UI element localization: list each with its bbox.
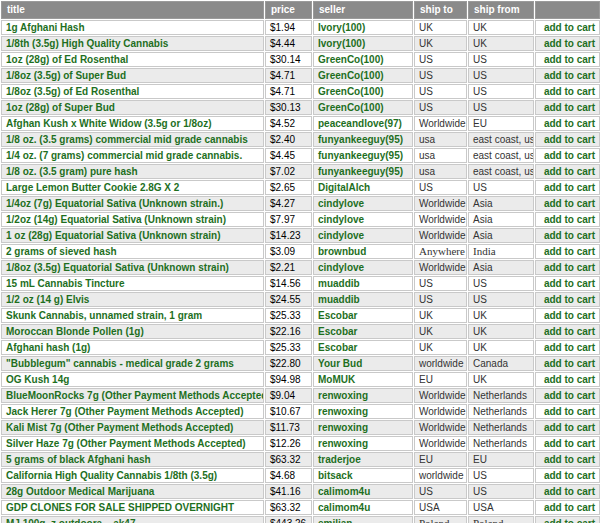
seller-link[interactable]: funyankeeguy(95) [313, 164, 413, 179]
ship-from-value: US [468, 100, 534, 115]
listing-title-link[interactable]: 1oz (28g) of Super Bud [1, 100, 264, 115]
ship-to-value: Worldwide [414, 404, 467, 419]
ship-to-value: Worldwide [414, 116, 467, 131]
add-to-cart-link[interactable]: add to cart [535, 276, 600, 291]
seller-link[interactable]: cindylove [313, 228, 413, 243]
seller-link[interactable]: calimom4u [313, 484, 413, 499]
listing-title-link[interactable]: 1/4 oz. (7 grams) commercial mid grade c… [1, 148, 264, 163]
add-to-cart-link[interactable]: add to cart [535, 308, 600, 323]
listing-title-link[interactable]: 28g Outdoor Medical Marijuana [1, 484, 264, 499]
add-to-cart-link[interactable]: add to cart [535, 340, 600, 355]
listing-title-link[interactable]: 1/8oz (3.5g) of Super Bud [1, 68, 264, 83]
listing-title-link[interactable]: 1g Afghani Hash [1, 20, 264, 35]
listing-title-link[interactable]: 1/8th (3.5g) High Quality Cannabis [1, 36, 264, 51]
add-to-cart-link[interactable]: add to cart [535, 180, 600, 195]
listing-title-link[interactable]: MJ 100g, z outdoora... ak47 [1, 516, 264, 523]
seller-link[interactable]: renwoxing [313, 404, 413, 419]
add-to-cart-link[interactable]: add to cart [535, 484, 600, 499]
add-to-cart-link[interactable]: add to cart [535, 404, 600, 419]
add-to-cart-link[interactable]: add to cart [535, 244, 600, 259]
add-to-cart-link[interactable]: add to cart [535, 356, 600, 371]
seller-link[interactable]: renwoxing [313, 420, 413, 435]
add-to-cart-link[interactable]: add to cart [535, 36, 600, 51]
add-to-cart-link[interactable]: add to cart [535, 516, 600, 523]
seller-link[interactable]: GreenCo(100) [313, 100, 413, 115]
listing-title-link[interactable]: 5 grams of black Afghani hash [1, 452, 264, 467]
listing-title-link[interactable]: BlueMoonRocks 7g (Other Payment Methods … [1, 388, 264, 403]
add-to-cart-link[interactable]: add to cart [535, 148, 600, 163]
seller-link[interactable]: Escobar [313, 308, 413, 323]
listing-title-link[interactable]: 1/8 oz. (3.5 grams) commercial mid grade… [1, 132, 264, 147]
add-to-cart-link[interactable]: add to cart [535, 260, 600, 275]
seller-link[interactable]: renwoxing [313, 436, 413, 451]
add-to-cart-link[interactable]: add to cart [535, 468, 600, 483]
seller-link[interactable]: GreenCo(100) [313, 84, 413, 99]
listing-title-link[interactable]: 1/2 oz (14 g) Elvis [1, 292, 264, 307]
seller-link[interactable]: brownbud [313, 244, 413, 259]
seller-link[interactable]: Escobar [313, 324, 413, 339]
table-row: Afghan Kush x White Widow (3.5g or 1/8oz… [1, 116, 600, 131]
listing-title-link[interactable]: 15 mL Cannabis Tincture [1, 276, 264, 291]
add-to-cart-link[interactable]: add to cart [535, 116, 600, 131]
seller-link[interactable]: cindylove [313, 196, 413, 211]
listing-title-link[interactable]: Afghani hash (1g) [1, 340, 264, 355]
seller-link[interactable]: Ivory(100) [313, 20, 413, 35]
listing-title-link[interactable]: 1/2oz (14g) Equatorial Sativa (Unknown s… [1, 212, 264, 227]
add-to-cart-link[interactable]: add to cart [535, 420, 600, 435]
seller-link[interactable]: MoMUK [313, 372, 413, 387]
seller-link[interactable]: bitsack [313, 468, 413, 483]
seller-link[interactable]: peaceandlove(97) [313, 116, 413, 131]
listing-title-link[interactable]: 1/4oz (7g) Equatorial Sativa (Unknown st… [1, 196, 264, 211]
add-to-cart-link[interactable]: add to cart [535, 20, 600, 35]
listing-title-link[interactable]: Large Lemon Butter Cookie 2.8G X 2 [1, 180, 264, 195]
seller-link[interactable]: muaddib [313, 276, 413, 291]
add-to-cart-link[interactable]: add to cart [535, 100, 600, 115]
add-to-cart-link[interactable]: add to cart [535, 292, 600, 307]
listing-title-link[interactable]: Silver Haze 7g (Other Payment Methods Ac… [1, 436, 264, 451]
add-to-cart-link[interactable]: add to cart [535, 52, 600, 67]
seller-link[interactable]: muaddib [313, 292, 413, 307]
listing-title-link[interactable]: Skunk Cannabis, unnamed strain, 1 gram [1, 308, 264, 323]
add-to-cart-link[interactable]: add to cart [535, 228, 600, 243]
listing-title-link[interactable]: 1/8oz (3.5g) of Ed Rosenthal [1, 84, 264, 99]
add-to-cart-link[interactable]: add to cart [535, 164, 600, 179]
listing-title-link[interactable]: "Bubblegum" cannabis - medical grade 2 g… [1, 356, 264, 371]
listing-title-link[interactable]: 1/8 oz. (3.5 gram) pure hash [1, 164, 264, 179]
add-to-cart-link[interactable]: add to cart [535, 196, 600, 211]
seller-link[interactable]: Ivory(100) [313, 36, 413, 51]
add-to-cart-link[interactable]: add to cart [535, 132, 600, 147]
add-to-cart-link[interactable]: add to cart [535, 84, 600, 99]
listing-title-link[interactable]: Jack Herer 7g (Other Payment Methods Acc… [1, 404, 264, 419]
listing-title-link[interactable]: 2 grams of sieved hash [1, 244, 264, 259]
seller-link[interactable]: emilian [313, 516, 413, 523]
add-to-cart-link[interactable]: add to cart [535, 436, 600, 451]
seller-link[interactable]: traderjoe [313, 452, 413, 467]
listing-title-link[interactable]: GDP CLONES FOR SALE SHIPPED OVERNIGHT [1, 500, 264, 515]
listing-title-link[interactable]: OG Kush 14g [1, 372, 264, 387]
add-to-cart-link[interactable]: add to cart [535, 388, 600, 403]
add-to-cart-link[interactable]: add to cart [535, 372, 600, 387]
add-to-cart-link[interactable]: add to cart [535, 212, 600, 227]
seller-link[interactable]: calimom4u [313, 500, 413, 515]
seller-link[interactable]: funyankeeguy(95) [313, 132, 413, 147]
add-to-cart-link[interactable]: add to cart [535, 452, 600, 467]
seller-link[interactable]: Escobar [313, 340, 413, 355]
listing-title-link[interactable]: California High Quality Cannabis 1/8th (… [1, 468, 264, 483]
add-to-cart-link[interactable]: add to cart [535, 500, 600, 515]
listing-title-link[interactable]: 1 oz (28g) Equatorial Sativa (Unknown st… [1, 228, 264, 243]
seller-link[interactable]: funyankeeguy(95) [313, 148, 413, 163]
listing-title-link[interactable]: Moroccan Blonde Pollen (1g) [1, 324, 264, 339]
listing-title-link[interactable]: Afghan Kush x White Widow (3.5g or 1/8oz… [1, 116, 264, 131]
listing-title-link[interactable]: 1oz (28g) of Ed Rosenthal [1, 52, 264, 67]
seller-link[interactable]: renwoxing [313, 388, 413, 403]
seller-link[interactable]: cindylove [313, 212, 413, 227]
add-to-cart-link[interactable]: add to cart [535, 68, 600, 83]
listing-title-link[interactable]: Kali Mist 7g (Other Payment Methods Acce… [1, 420, 264, 435]
seller-link[interactable]: GreenCo(100) [313, 52, 413, 67]
seller-link[interactable]: cindylove [313, 260, 413, 275]
add-to-cart-link[interactable]: add to cart [535, 324, 600, 339]
listing-title-link[interactable]: 1/8oz (3.5g) Equatorial Sativa (Unknown … [1, 260, 264, 275]
seller-link[interactable]: Your Bud [313, 356, 413, 371]
seller-link[interactable]: GreenCo(100) [313, 68, 413, 83]
seller-link[interactable]: DigitalAlch [313, 180, 413, 195]
